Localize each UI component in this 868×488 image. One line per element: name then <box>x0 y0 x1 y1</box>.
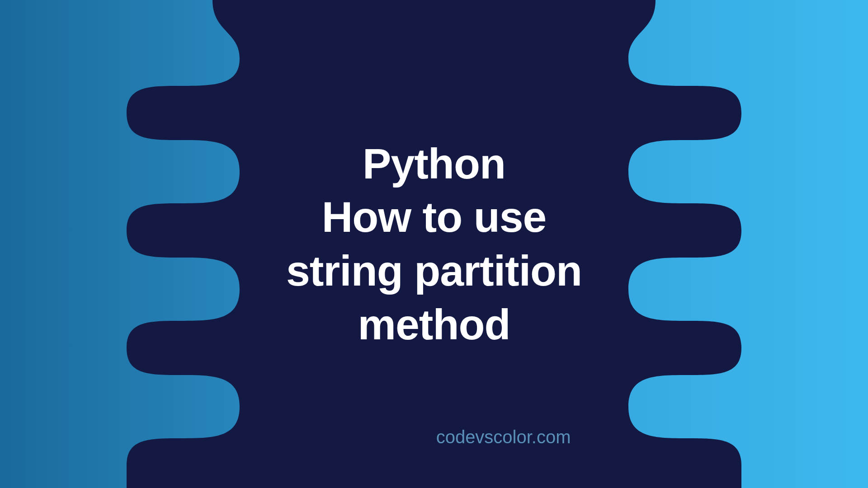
main-content: Python How to use string partition metho… <box>0 0 868 488</box>
title-line-2: How to use <box>286 190 582 244</box>
title-line-3: string partition <box>286 244 582 298</box>
title-line-4: method <box>286 298 582 352</box>
title-line-1: Python <box>286 137 582 191</box>
watermark-text: codevscolor.com <box>436 427 571 447</box>
page-title: Python How to use string partition metho… <box>286 137 582 352</box>
